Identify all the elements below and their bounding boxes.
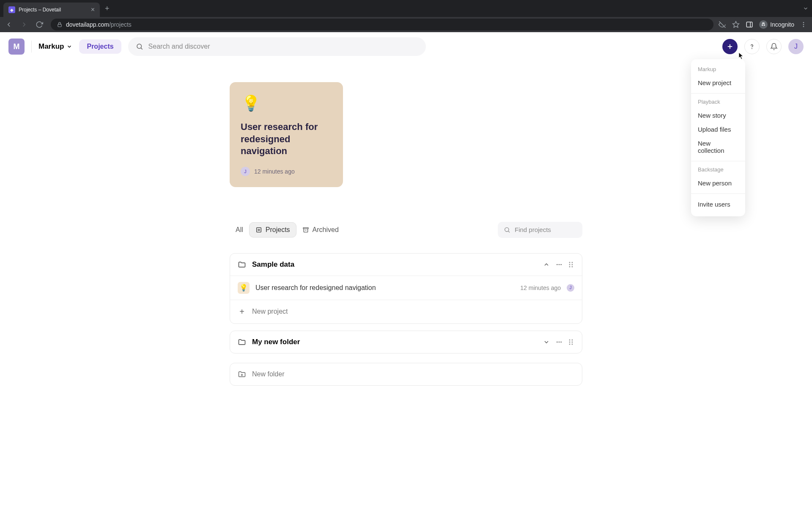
svg-point-10 xyxy=(137,44,142,49)
dropdown-section-playback: Playback xyxy=(691,97,745,108)
plus-icon: + xyxy=(238,307,246,317)
browser-tab-strip: ◆ Projects – Dovetail × + xyxy=(0,0,812,17)
reload-button[interactable] xyxy=(36,21,46,28)
svg-point-31 xyxy=(557,341,558,342)
svg-rect-0 xyxy=(58,24,61,27)
folder-menu-button[interactable] xyxy=(555,260,563,269)
address-input[interactable]: dovetailapp.com/projects xyxy=(51,19,713,30)
find-projects-input[interactable]: Find projects xyxy=(498,222,582,238)
search-icon xyxy=(504,226,510,233)
workspace-name-label: Markup xyxy=(38,42,64,51)
new-project-label: New project xyxy=(252,308,288,315)
eye-off-icon[interactable] xyxy=(719,21,726,28)
dropdown-new-collection[interactable]: New collection xyxy=(691,136,745,157)
card-timestamp: 12 minutes ago xyxy=(254,168,295,175)
svg-rect-18 xyxy=(303,227,308,229)
global-search[interactable]: Search and discover xyxy=(128,37,426,56)
project-author-avatar: J xyxy=(567,284,574,292)
chevron-up-icon xyxy=(543,261,550,268)
user-avatar[interactable]: J xyxy=(788,39,804,54)
expand-button[interactable] xyxy=(542,338,551,346)
dropdown-section-markup: Markup xyxy=(691,64,745,76)
workspace-badge[interactable]: M xyxy=(8,39,25,55)
folder-header[interactable]: Sample data xyxy=(230,254,582,276)
svg-point-5 xyxy=(762,24,763,26)
svg-point-22 xyxy=(557,264,558,265)
filter-archived[interactable]: Archived xyxy=(296,223,345,237)
dropdown-new-story[interactable]: New story xyxy=(691,108,745,122)
folder-name: My new folder xyxy=(252,338,536,346)
create-button[interactable] xyxy=(722,39,738,54)
find-placeholder: Find projects xyxy=(515,226,551,233)
main-content: 💡 User research for redesigned navigatio… xyxy=(0,61,812,386)
chrome-menu-icon[interactable] xyxy=(800,21,807,28)
project-timestamp: 12 minutes ago xyxy=(520,284,561,291)
svg-point-38 xyxy=(569,343,571,345)
nav-projects[interactable]: Projects xyxy=(79,39,121,54)
panel-icon[interactable] xyxy=(746,21,753,28)
dropdown-new-person[interactable]: New person xyxy=(691,176,745,190)
dropdown-new-project[interactable]: New project xyxy=(691,76,745,90)
divider xyxy=(31,41,32,52)
svg-point-37 xyxy=(572,341,573,342)
drag-icon xyxy=(568,339,573,345)
back-button[interactable] xyxy=(5,21,15,28)
forward-button[interactable] xyxy=(20,21,30,28)
svg-marker-2 xyxy=(733,22,739,28)
new-folder-label: New folder xyxy=(252,370,284,378)
svg-point-14 xyxy=(752,48,752,49)
svg-point-27 xyxy=(569,264,571,265)
new-folder-button[interactable]: New folder xyxy=(230,363,582,386)
star-icon[interactable] xyxy=(732,21,740,28)
close-tab-icon[interactable]: × xyxy=(91,6,95,14)
lock-icon xyxy=(57,22,63,28)
filter-projects-label: Projects xyxy=(266,226,290,234)
filter-row: All Projects Archived Find projects xyxy=(230,222,582,238)
featured-project-card[interactable]: 💡 User research for redesigned navigatio… xyxy=(230,82,343,187)
svg-rect-3 xyxy=(746,22,752,27)
svg-line-21 xyxy=(508,231,510,232)
chrome-tabs-menu-icon[interactable] xyxy=(803,6,809,11)
url-domain: dovetailapp.com xyxy=(66,21,109,28)
chevron-down-icon xyxy=(543,339,550,345)
svg-point-26 xyxy=(572,262,573,263)
chevron-down-icon xyxy=(66,44,72,50)
folder-name: Sample data xyxy=(252,260,536,269)
drag-handle[interactable] xyxy=(568,260,574,269)
divider xyxy=(691,193,745,194)
svg-point-9 xyxy=(803,26,804,27)
dropdown-section-backstage: Backstage xyxy=(691,165,745,176)
collapse-button[interactable] xyxy=(542,260,551,269)
folder-header[interactable]: My new folder xyxy=(230,331,582,353)
notifications-button[interactable] xyxy=(766,39,782,54)
svg-point-35 xyxy=(572,339,573,340)
drag-handle[interactable] xyxy=(568,338,574,346)
lightbulb-icon: 💡 xyxy=(241,93,261,113)
svg-point-30 xyxy=(572,266,573,267)
workspace-switcher[interactable]: Markup xyxy=(38,42,72,51)
more-icon xyxy=(556,339,562,345)
project-row[interactable]: 💡 User research for redesigned navigatio… xyxy=(230,276,582,300)
divider xyxy=(691,161,745,161)
create-dropdown: Markup New project Playback New story Up… xyxy=(691,59,745,216)
lightbulb-icon: 💡 xyxy=(238,282,250,294)
incognito-label: Incognito xyxy=(770,21,794,28)
new-tab-button[interactable]: + xyxy=(105,4,110,13)
dropdown-invite-users[interactable]: Invite users xyxy=(691,197,745,211)
help-button[interactable] xyxy=(744,39,760,54)
svg-point-24 xyxy=(560,264,562,265)
folder-sample-data: Sample data 💡 User research for redesign… xyxy=(230,253,582,324)
filter-all[interactable]: All xyxy=(230,223,249,237)
svg-point-39 xyxy=(572,343,573,345)
svg-point-7 xyxy=(803,22,804,23)
drag-icon xyxy=(568,261,573,268)
browser-tab[interactable]: ◆ Projects – Dovetail × xyxy=(3,3,100,17)
filter-projects[interactable]: Projects xyxy=(249,222,296,237)
folder-menu-button[interactable] xyxy=(555,338,563,346)
new-project-button[interactable]: + New project xyxy=(230,300,582,323)
more-icon xyxy=(556,261,562,268)
svg-point-8 xyxy=(803,24,804,25)
incognito-indicator[interactable]: Incognito xyxy=(759,20,794,29)
dropdown-upload-files[interactable]: Upload files xyxy=(691,122,745,136)
svg-point-28 xyxy=(572,264,573,265)
